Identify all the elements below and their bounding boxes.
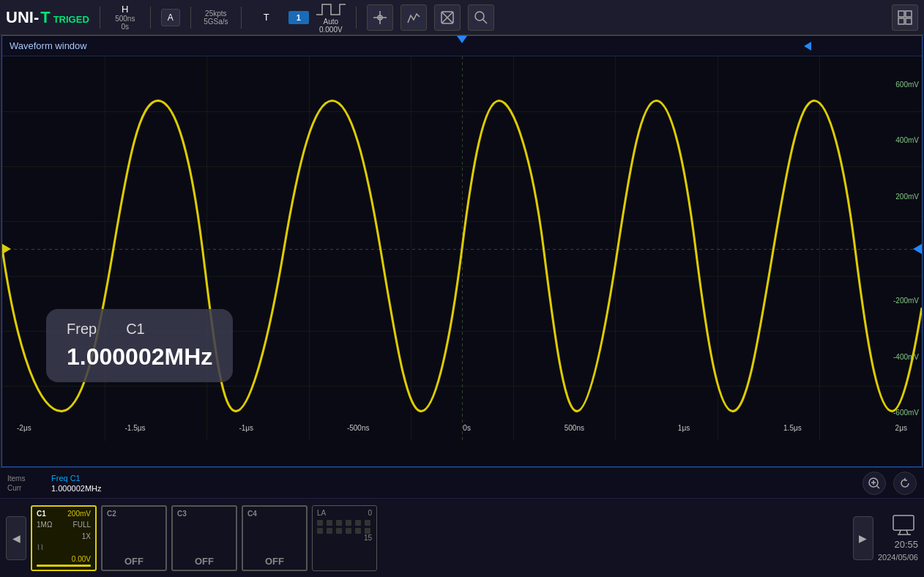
x-label-2: 2μs (895, 424, 907, 432)
brand-logo: UNI- T TRIGED (6, 8, 89, 27)
nav-left-button[interactable]: ◀ (6, 516, 26, 560)
scroll-right-marker (804, 42, 811, 51)
measure-icon (406, 10, 422, 26)
ch4-status: OFF (247, 556, 302, 567)
waveform-header: Waveform window (2, 36, 922, 56)
trigger-mode: Auto (324, 18, 339, 26)
meas-right-icons (862, 472, 917, 495)
sep5 (356, 7, 357, 29)
sep3 (190, 7, 191, 29)
horizontal-group[interactable]: H 500ns 0s (111, 4, 140, 31)
ch3-status: OFF (177, 556, 231, 567)
svg-rect-9 (906, 11, 912, 17)
ch1-voltage: 200mV (67, 510, 91, 518)
la-name: LA (317, 509, 326, 517)
meas-data: Freq C1 1.000002MHz (51, 474, 102, 493)
brand-uni: UNI- (6, 8, 39, 27)
sep2 (150, 7, 151, 29)
svg-line-17 (899, 530, 901, 535)
waveform-svg (2, 56, 922, 441)
waveform-section: Waveform window (1, 35, 923, 467)
sample-pts: 25kpts (205, 10, 226, 18)
ch2-status: OFF (107, 556, 161, 567)
meas-bar: Items Curr Freq C1 1.000002MHz (0, 467, 924, 498)
x-label-15: 1.5μs (783, 424, 802, 432)
sample-group[interactable]: 25kpts 5GSa/s (201, 10, 231, 26)
search-icon (473, 10, 489, 26)
toolbar: UNI- T TRIGED H 500ns 0s A 25kpts 5GSa/s… (0, 0, 924, 35)
x-label-n2: -2μs (17, 424, 31, 432)
waveform-canvas: 600mV 400mV 200mV -200mV -400mV -600mV F… (2, 56, 922, 441)
la-card[interactable]: LA 0 15 (312, 505, 377, 571)
measure-button[interactable] (400, 4, 427, 31)
meas-param-label: Freq C1 (51, 474, 102, 483)
curr-label: Curr (7, 484, 37, 492)
h-time: 500ns (115, 15, 135, 23)
zoom-in-icon (868, 477, 881, 490)
math-button[interactable] (434, 4, 461, 31)
cursor-icon (372, 10, 388, 26)
trigger-ch-num: 1 (297, 13, 301, 22)
la-dots (317, 520, 372, 534)
svg-line-18 (906, 530, 908, 535)
x-label-n500: -500ns (347, 424, 370, 432)
svg-rect-11 (906, 18, 912, 24)
nav-right-button[interactable]: ▶ (853, 516, 873, 560)
ch3-card[interactable]: C3 OFF (171, 505, 237, 571)
svg-rect-8 (898, 11, 904, 17)
meas-param: Frep (67, 321, 97, 338)
ch1-color-line (37, 565, 91, 567)
la-val2: 15 (317, 534, 372, 542)
ch1-impedance: 1MΩ (37, 521, 52, 529)
sep4 (241, 7, 242, 29)
ch3-name: C3 (177, 510, 187, 518)
measurement-overlay: Frep C1 1.000002MHz (46, 309, 233, 382)
la-val1: 0 (368, 509, 372, 517)
svg-rect-10 (898, 18, 904, 24)
h-label: H (122, 4, 128, 15)
trigger-waveform-icon (316, 1, 346, 18)
math-icon (439, 10, 455, 26)
y-label-200: 200mV (893, 193, 919, 201)
ch4-card[interactable]: C4 OFF (242, 505, 308, 571)
y-label-n400: -400mV (893, 353, 919, 361)
y-label-600: 600mV (893, 81, 919, 89)
refresh-icon (898, 477, 912, 490)
clock-date: 2024/05/06 (878, 553, 918, 562)
x-label-n15: -1.5μs (125, 424, 146, 432)
ch2-card[interactable]: C2 OFF (101, 505, 167, 571)
zoom-in-button[interactable] (862, 472, 886, 495)
ch4-name: C4 (247, 510, 257, 518)
brand-status: TRIGED (53, 14, 89, 25)
ch1-probe: 1X (37, 532, 91, 540)
ch1-card[interactable]: C1 200mV 1MΩ FULL 1X ⌇⌇ 0.00V (31, 505, 97, 571)
h-offset: 0s (122, 23, 130, 31)
search-button[interactable] (468, 4, 494, 31)
refresh-button[interactable] (893, 472, 917, 495)
ch1-offset: 0.00V (37, 555, 91, 563)
trigger-ch-indicator[interactable]: 1 (288, 11, 309, 24)
cursor-button[interactable] (367, 4, 393, 31)
ch1-offset-label: ⌇⌇ (37, 543, 91, 551)
svg-line-15 (876, 485, 879, 488)
meas-value: 1.000002MHz (67, 343, 212, 371)
sample-rate: 5GSa/s (204, 18, 228, 26)
meas-row1: Frep C1 (67, 321, 212, 338)
trigger-group: T (252, 12, 281, 23)
channel-a-button[interactable]: A (161, 9, 180, 26)
ch1-coupling: FULL (73, 521, 91, 529)
ch1-name: C1 (37, 510, 46, 518)
ch-a-label: A (168, 12, 174, 23)
x-axis-labels: -2μs -1.5μs -1μs -500ns 0s 500ns 1μs 1.5… (17, 415, 907, 441)
waveform-title: Waveform window (10, 40, 87, 51)
trigger-left-marker (2, 244, 11, 254)
meas-param-value: 1.000002MHz (51, 484, 102, 493)
x-label-0: 0s (463, 424, 471, 432)
sep1 (100, 7, 100, 29)
svg-rect-16 (893, 515, 914, 530)
ch2-name: C2 (107, 510, 116, 518)
svg-line-7 (483, 19, 487, 23)
layout-button[interactable] (892, 4, 918, 31)
y-label-n200: -200mV (893, 297, 919, 305)
items-label: Items (7, 474, 37, 483)
